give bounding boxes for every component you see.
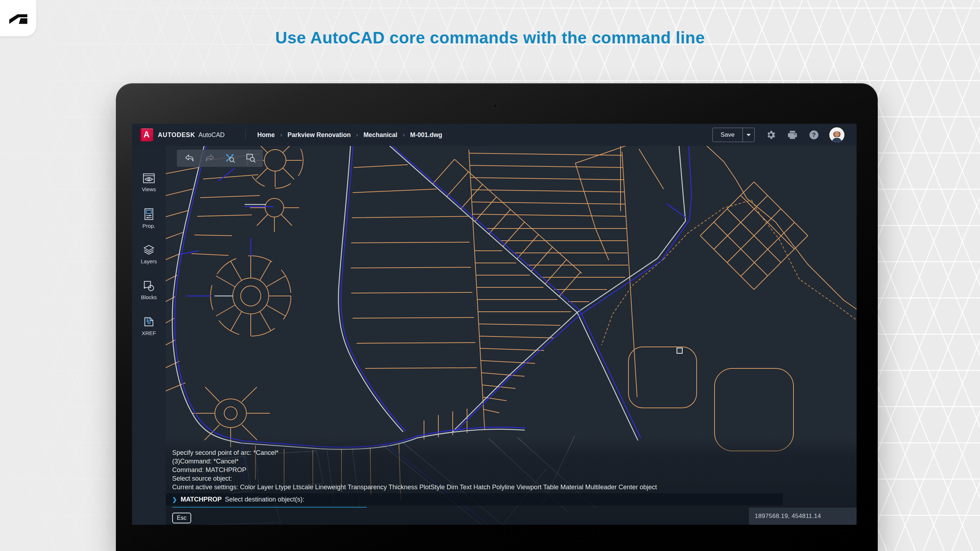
autocad-app-window: A AUTODESK AutoCAD Home › Parkview Renov… (132, 124, 857, 525)
sidebar-item-properties[interactable]: Prop. (132, 201, 166, 236)
layers-icon (143, 244, 155, 256)
sidebar-item-views[interactable]: Views (132, 165, 166, 201)
autodesk-logo-icon (6, 8, 31, 29)
header-actions: Save (713, 127, 845, 142)
avatar-photo (829, 127, 845, 142)
save-button[interactable]: Save (713, 131, 743, 139)
command-input-row[interactable]: ❯ MATCHPROP Select destination object(s)… (166, 493, 783, 505)
breadcrumb-separator-icon: › (356, 131, 358, 139)
settings-gear-button[interactable] (765, 129, 776, 140)
xref-icon (143, 316, 154, 328)
laptop-frame: A AUTODESK AutoCAD Home › Parkview Renov… (116, 83, 878, 551)
command-history-line: Select source object: (172, 474, 657, 483)
sidebar-item-blocks[interactable]: Blocks (132, 272, 166, 308)
cursor-coordinates: 1897568.19, 454811.14 (755, 513, 821, 520)
command-history-line: Current active settings: Color Layer Lty… (172, 483, 657, 492)
command-input-underline (172, 507, 367, 508)
zoom-extents-button[interactable] (224, 152, 236, 164)
autodesk-logo-card (0, 0, 36, 36)
save-split-button: Save (713, 128, 755, 142)
sidebar-item-layers[interactable]: Layers (132, 236, 166, 272)
sidebar-item-label: Views (142, 186, 156, 192)
autocad-logo-letter: A (140, 130, 153, 140)
brand-product: AutoCAD (198, 131, 224, 139)
breadcrumb: Home › Parkview Renovation › Mechanical … (257, 131, 442, 139)
autocad-logo-badge[interactable]: A (140, 128, 153, 141)
help-icon: ? (808, 129, 819, 141)
printer-icon (787, 129, 798, 140)
sidebar-item-label: XREF (142, 330, 156, 336)
app-header: A AUTODESK AutoCAD Home › Parkview Renov… (132, 124, 857, 146)
command-history-line: Command: MATCHPROP (172, 466, 657, 474)
views-icon (143, 173, 155, 184)
breadcrumb-separator-icon: › (280, 131, 282, 139)
breadcrumb-folder[interactable]: Mechanical (363, 131, 397, 139)
redo-button[interactable] (204, 152, 216, 164)
brand-autodesk: AUTODESK (158, 131, 195, 139)
breadcrumb-project[interactable]: Parkview Renovation (288, 131, 351, 139)
gear-icon (765, 129, 776, 140)
save-dropdown-button[interactable] (743, 128, 754, 142)
header-divider (245, 129, 246, 140)
command-history: Specify second point of arc: *Cancel* (3… (172, 448, 657, 492)
map-boundary-dashed (601, 200, 857, 345)
breadcrumb-separator-icon: › (403, 131, 405, 139)
zoom-window-button[interactable] (245, 152, 257, 164)
active-command-name: MATCHPROP (180, 496, 222, 503)
undo-icon (184, 153, 195, 164)
chevron-down-icon (746, 134, 751, 136)
page-title: Use AutoCAD core commands with the comma… (0, 28, 980, 47)
esc-button[interactable]: Esc (172, 513, 191, 523)
sidebar-item-label: Prop. (142, 223, 155, 229)
sidebar-item-xref[interactable]: XREF (132, 308, 166, 344)
breadcrumb-current-file: M-001.dwg (410, 131, 442, 139)
canvas-toolbar (177, 150, 263, 167)
blocks-icon (143, 280, 154, 291)
zoom-window-icon (245, 153, 256, 164)
redo-icon (204, 153, 215, 164)
properties-icon (143, 208, 154, 220)
drawing-canvas[interactable]: Specify second point of arc: *Cancel* (3… (166, 146, 857, 525)
undo-button[interactable] (183, 152, 196, 164)
command-prompt-text: Select destination object(s): (225, 496, 304, 503)
user-avatar[interactable] (829, 127, 845, 142)
breadcrumb-home[interactable]: Home (257, 131, 275, 139)
command-history-line: (3)Command: *Cancel* (172, 457, 657, 466)
laptop-camera (493, 104, 497, 108)
zoom-extents-icon (224, 153, 236, 164)
print-button[interactable] (787, 129, 798, 140)
sidebar-item-label: Blocks (141, 294, 157, 300)
prompt-chevron-icon: ❯ (172, 496, 177, 503)
command-history-line: Specify second point of arc: *Cancel* (172, 448, 657, 457)
left-sidebar: Views Prop. Layers (132, 146, 166, 525)
sidebar-item-label: Layers (141, 258, 157, 264)
svg-text:?: ? (812, 132, 816, 139)
help-button[interactable]: ? (808, 129, 819, 140)
statusbar-coordinates-panel: 1897568.19, 454811.14 (749, 508, 857, 525)
pickbox-cursor (676, 347, 682, 354)
